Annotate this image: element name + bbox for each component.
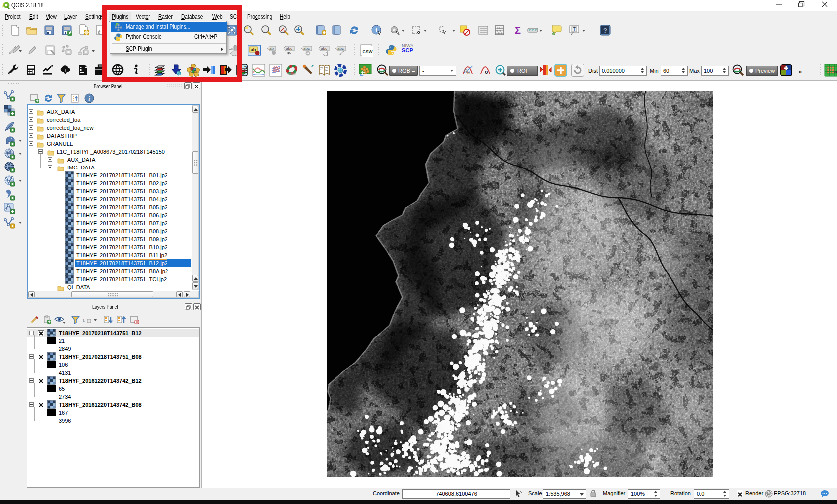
- svg-text:?: ?: [603, 27, 607, 34]
- svg-text:ab: ab: [269, 46, 274, 51]
- svg-text:CSW: CSW: [363, 49, 373, 54]
- svg-text:ab: ab: [251, 47, 256, 52]
- svg-text:ε: ε: [83, 316, 86, 323]
- svg-text:T: T: [573, 27, 576, 32]
- svg-text:σ: σ: [485, 69, 489, 75]
- svg-text:abc: abc: [286, 46, 292, 51]
- svg-text:abc: abc: [303, 46, 310, 51]
- svg-text:i: i: [375, 26, 377, 34]
- svg-text:Σ: Σ: [515, 25, 521, 36]
- svg-text:abc: abc: [337, 46, 344, 51]
- svg-text:abc: abc: [321, 46, 327, 51]
